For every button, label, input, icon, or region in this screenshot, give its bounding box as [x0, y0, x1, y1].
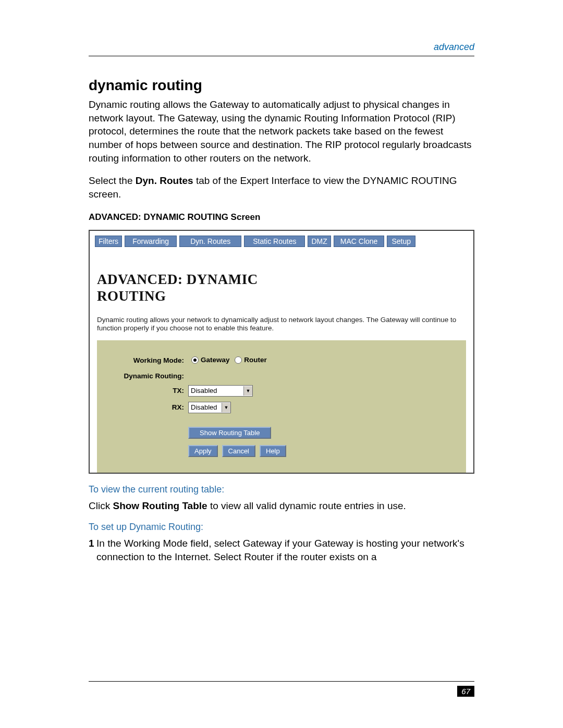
rx-select[interactable]: Disabled ▼ — [188, 402, 231, 413]
tab-dmz[interactable]: DMZ — [308, 236, 331, 247]
tab-bar: Filters Forwarding Dyn. Routes Static Ro… — [90, 231, 473, 252]
apply-button[interactable]: Apply — [188, 445, 218, 457]
tx-label: TX: — [108, 387, 188, 394]
form-panel: Working Mode: Gateway Router Dynamic Rou… — [97, 340, 466, 472]
rx-value: Disabled — [191, 403, 217, 411]
tab-dyn-routes[interactable]: Dyn. Routes — [179, 236, 241, 247]
working-mode-label: Working Mode: — [108, 356, 188, 364]
tx-value: Disabled — [191, 387, 217, 394]
top-rule — [89, 56, 474, 56]
page-number: 67 — [457, 686, 474, 697]
radio-router-label: Router — [244, 356, 267, 364]
screen-title-line2: ROUTING — [97, 288, 166, 304]
view-pre: Click — [89, 500, 113, 511]
cancel-button[interactable]: Cancel — [222, 445, 255, 457]
chevron-down-icon: ▼ — [243, 386, 252, 396]
view-post: to view all valid dynamic route entries … — [207, 500, 406, 511]
step-1: 1 In the Working Mode field, select Gate… — [89, 537, 474, 563]
tab-static-routes[interactable]: Static Routes — [244, 236, 305, 247]
help-button[interactable]: Help — [260, 445, 286, 457]
screen-title: ADVANCED: DYNAMIC ROUTING — [97, 272, 466, 304]
dynamic-routing-label: Dynamic Routing: — [108, 372, 188, 380]
step-1-number: 1 — [89, 537, 96, 563]
step1-post: if the router exists on a — [274, 551, 377, 562]
chevron-down-icon: ▼ — [222, 403, 230, 412]
show-routing-table-button[interactable]: Show Routing Table — [188, 427, 271, 439]
subhead-view-table: To view the current routing table: — [89, 484, 474, 495]
subhead-setup: To set up Dynamic Routing: — [89, 522, 474, 533]
tab-mac-clone[interactable]: MAC Clone — [334, 236, 385, 247]
step1-pre: In the Working Mode field, select — [96, 538, 243, 549]
screenshot-caption: ADVANCED: DYNAMIC ROUTING Screen — [89, 212, 474, 223]
tab-setup[interactable]: Setup — [387, 236, 415, 247]
view-bold: Show Routing Table — [113, 500, 207, 511]
radio-gateway[interactable] — [191, 356, 199, 364]
select-bold: Dyn. Routes — [136, 175, 193, 186]
rx-label: RX: — [108, 403, 188, 411]
screenshot-panel: Filters Forwarding Dyn. Routes Static Ro… — [89, 230, 474, 473]
header-breadcrumb: advanced — [89, 42, 474, 53]
select-paragraph: Select the Dyn. Routes tab of the Expert… — [89, 174, 474, 201]
radio-gateway-label: Gateway — [201, 356, 230, 364]
view-paragraph: Click Show Routing Table to view all val… — [89, 499, 474, 513]
intro-paragraph: Dynamic routing allows the Gateway to au… — [89, 98, 474, 165]
radio-router[interactable] — [235, 356, 242, 364]
screen-title-line1: ADVANCED: DYNAMIC — [97, 272, 258, 287]
tx-select[interactable]: Disabled ▼ — [188, 385, 253, 397]
screen-description: Dynamic routing allows your network to d… — [97, 316, 466, 334]
select-pre: Select the — [89, 175, 136, 186]
step-1-text: In the Working Mode field, select Gatewa… — [96, 537, 474, 563]
tab-filters[interactable]: Filters — [95, 236, 122, 247]
step1-b2: Router — [244, 551, 274, 562]
tab-forwarding[interactable]: Forwarding — [125, 236, 177, 247]
bottom-rule — [89, 681, 474, 682]
step1-b1: Gateway — [243, 538, 282, 549]
page-title: dynamic routing — [89, 77, 474, 94]
